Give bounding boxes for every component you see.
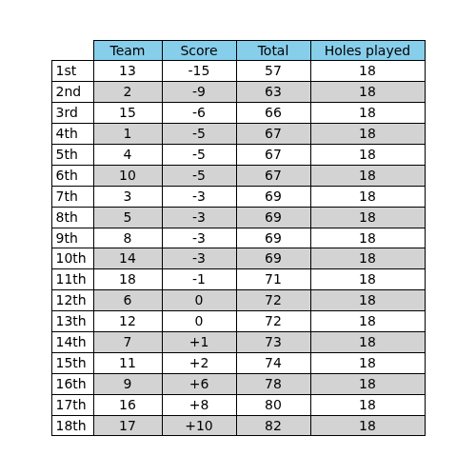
rank-cell: 5th: [51, 144, 93, 165]
table-row: 14th7+17318: [51, 332, 425, 353]
total-cell: 71: [236, 269, 310, 290]
table-row: 11th18-17118: [51, 269, 425, 290]
team-cell: 17: [93, 415, 162, 436]
team-cell: 7: [93, 332, 162, 353]
rank-cell: 3rd: [51, 103, 93, 124]
rank-cell: 13th: [51, 311, 93, 332]
header-total: Total: [236, 40, 310, 61]
table-row: 15th11+27418: [51, 352, 425, 373]
team-cell: 6: [93, 290, 162, 311]
table-row: 10th14-36918: [51, 248, 425, 269]
score-cell: 0: [162, 290, 236, 311]
score-cell: -3: [162, 248, 236, 269]
rank-cell: 1st: [51, 61, 93, 82]
holes-cell: 18: [310, 290, 425, 311]
score-cell: +6: [162, 373, 236, 394]
score-cell: 0: [162, 311, 236, 332]
team-cell: 4: [93, 144, 162, 165]
table-row: 1st13-155718: [51, 61, 425, 82]
team-cell: 2: [93, 82, 162, 103]
table-row: 5th4-56718: [51, 144, 425, 165]
rank-cell: 16th: [51, 373, 93, 394]
holes-cell: 18: [310, 269, 425, 290]
leaderboard-table: Team Score Total Holes played 1st13-1557…: [51, 40, 426, 437]
rank-cell: 9th: [51, 228, 93, 248]
rank-cell: 4th: [51, 124, 93, 145]
holes-cell: 18: [310, 124, 425, 145]
table-row: 7th3-36918: [51, 186, 425, 207]
header-team: Team: [93, 40, 162, 61]
holes-cell: 18: [310, 332, 425, 353]
score-cell: -5: [162, 124, 236, 145]
score-cell: -5: [162, 144, 236, 165]
total-cell: 73: [236, 332, 310, 353]
rank-cell: 12th: [51, 290, 93, 311]
total-cell: 69: [236, 207, 310, 228]
total-cell: 57: [236, 61, 310, 82]
rank-cell: 6th: [51, 165, 93, 186]
score-cell: -5: [162, 165, 236, 186]
score-cell: +10: [162, 415, 236, 436]
total-cell: 67: [236, 124, 310, 145]
total-cell: 63: [236, 82, 310, 103]
header-blank: [51, 40, 93, 61]
total-cell: 69: [236, 228, 310, 248]
score-cell: -9: [162, 82, 236, 103]
score-cell: -3: [162, 207, 236, 228]
team-cell: 8: [93, 228, 162, 248]
team-cell: 3: [93, 186, 162, 207]
rank-cell: 17th: [51, 394, 93, 415]
table-row: 18th17+108218: [51, 415, 425, 436]
team-cell: 5: [93, 207, 162, 228]
holes-cell: 18: [310, 394, 425, 415]
rank-cell: 8th: [51, 207, 93, 228]
total-cell: 82: [236, 415, 310, 436]
table-row: 13th1207218: [51, 311, 425, 332]
table-row: 3rd15-66618: [51, 103, 425, 124]
header-holes: Holes played: [310, 40, 425, 61]
total-cell: 74: [236, 352, 310, 373]
holes-cell: 18: [310, 82, 425, 103]
score-cell: +2: [162, 352, 236, 373]
total-cell: 72: [236, 311, 310, 332]
table-row: 4th1-56718: [51, 124, 425, 145]
rank-cell: 18th: [51, 415, 93, 436]
holes-cell: 18: [310, 373, 425, 394]
team-cell: 10: [93, 165, 162, 186]
table-row: 12th607218: [51, 290, 425, 311]
table-row: 6th10-56718: [51, 165, 425, 186]
rank-cell: 7th: [51, 186, 93, 207]
holes-cell: 18: [310, 144, 425, 165]
total-cell: 67: [236, 144, 310, 165]
team-cell: 1: [93, 124, 162, 145]
holes-cell: 18: [310, 248, 425, 269]
score-cell: -6: [162, 103, 236, 124]
holes-cell: 18: [310, 103, 425, 124]
team-cell: 16: [93, 394, 162, 415]
rank-cell: 15th: [51, 352, 93, 373]
total-cell: 69: [236, 186, 310, 207]
table-row: 16th9+67818: [51, 373, 425, 394]
header-row: Team Score Total Holes played: [51, 40, 425, 61]
rank-cell: 14th: [51, 332, 93, 353]
table-row: 2nd2-96318: [51, 82, 425, 103]
rank-cell: 2nd: [51, 82, 93, 103]
team-cell: 12: [93, 311, 162, 332]
total-cell: 69: [236, 248, 310, 269]
score-cell: -1: [162, 269, 236, 290]
holes-cell: 18: [310, 311, 425, 332]
score-cell: -15: [162, 61, 236, 82]
total-cell: 66: [236, 103, 310, 124]
total-cell: 78: [236, 373, 310, 394]
table-row: 8th5-36918: [51, 207, 425, 228]
team-cell: 9: [93, 373, 162, 394]
holes-cell: 18: [310, 352, 425, 373]
holes-cell: 18: [310, 228, 425, 248]
team-cell: 14: [93, 248, 162, 269]
holes-cell: 18: [310, 186, 425, 207]
holes-cell: 18: [310, 207, 425, 228]
holes-cell: 18: [310, 165, 425, 186]
score-cell: -3: [162, 228, 236, 248]
rank-cell: 11th: [51, 269, 93, 290]
total-cell: 80: [236, 394, 310, 415]
